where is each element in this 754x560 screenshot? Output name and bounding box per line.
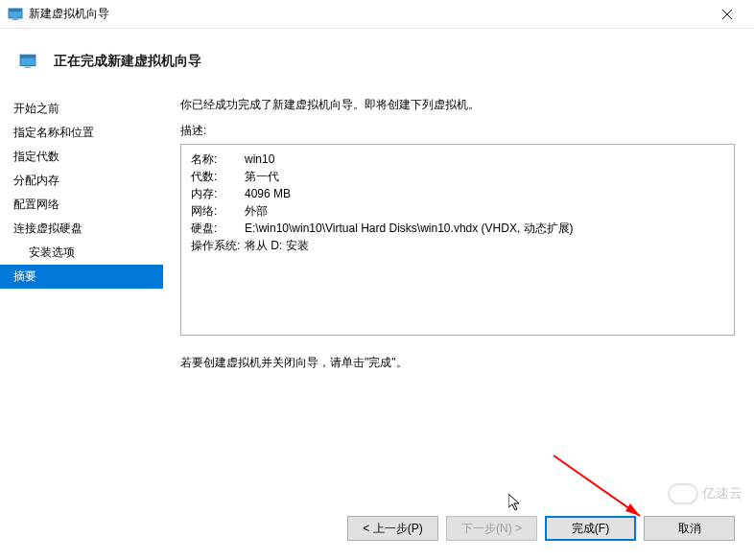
sidebar-item-memory[interactable]: 分配内存 (0, 169, 163, 193)
cursor-icon (508, 494, 524, 513)
summary-row-os: 操作系统: 将从 D: 安装 (191, 237, 724, 254)
svg-rect-2 (12, 19, 18, 20)
intro-text: 你已经成功完成了新建虚拟机向导。即将创建下列虚拟机。 (180, 97, 735, 113)
summary-key: 网络: (191, 202, 245, 220)
summary-key: 硬盘: (191, 220, 245, 237)
summary-row-generation: 代数: 第一代 (191, 168, 724, 185)
summary-val: 第一代 (245, 168, 724, 185)
titlebar: 新建虚拟机向导 (0, 0, 754, 29)
prev-button[interactable]: < 上一步(P) (347, 516, 438, 541)
footer-text: 若要创建虚拟机并关闭向导，请单击"完成"。 (180, 355, 735, 371)
sidebar-item-name[interactable]: 指定名称和位置 (0, 121, 163, 145)
sidebar-item-disk[interactable]: 连接虚拟硬盘 (0, 217, 163, 241)
svg-marker-9 (625, 503, 640, 516)
wizard-title: 正在完成新建虚拟机向导 (54, 53, 201, 70)
summary-key: 内存: (191, 185, 245, 202)
summary-key: 代数: (191, 168, 245, 185)
summary-val: E:\win10\win10\Virtual Hard Disks\win10.… (245, 220, 724, 237)
description-label: 描述: (180, 123, 735, 139)
summary-key: 操作系统: (191, 237, 245, 254)
wizard-icon (19, 53, 36, 70)
sidebar-item-install[interactable]: 安装选项 (0, 241, 163, 265)
svg-rect-6 (20, 55, 35, 58)
summary-row-network: 网络: 外部 (191, 202, 724, 220)
wizard-header: 正在完成新建虚拟机向导 (0, 29, 754, 89)
titlebar-left: 新建虚拟机向导 (8, 6, 109, 22)
watermark: 亿速云 (668, 483, 742, 504)
summary-box: 名称: win10 代数: 第一代 内存: 4096 MB 网络: 外部 硬盘:… (180, 144, 735, 336)
next-button: 下一步(N) > (446, 516, 537, 541)
content-area: 开始之前 指定名称和位置 指定代数 分配内存 配置网络 连接虚拟硬盘 安装选项 … (0, 89, 754, 497)
summary-val: 外部 (245, 202, 724, 220)
close-button[interactable] (708, 1, 746, 28)
wizard-sidebar: 开始之前 指定名称和位置 指定代数 分配内存 配置网络 连接虚拟硬盘 安装选项 … (0, 89, 163, 497)
app-icon (8, 7, 23, 22)
window-title: 新建虚拟机向导 (29, 6, 109, 22)
summary-val: 将从 D: 安装 (245, 237, 724, 254)
summary-val: win10 (245, 151, 724, 168)
sidebar-item-start[interactable]: 开始之前 (0, 97, 163, 121)
summary-row-name: 名称: win10 (191, 151, 724, 168)
main-panel: 你已经成功完成了新建虚拟机向导。即将创建下列虚拟机。 描述: 名称: win10… (163, 89, 754, 497)
sidebar-item-summary[interactable]: 摘要 (0, 265, 163, 289)
button-bar: < 上一步(P) 下一步(N) > 完成(F) 取消 (347, 516, 735, 541)
sidebar-item-generation[interactable]: 指定代数 (0, 145, 163, 169)
summary-key: 名称: (191, 151, 245, 168)
summary-row-memory: 内存: 4096 MB (191, 185, 724, 202)
svg-rect-7 (25, 67, 32, 68)
cancel-button[interactable]: 取消 (644, 516, 735, 541)
svg-rect-1 (9, 9, 22, 12)
cloud-icon (668, 483, 698, 504)
watermark-text: 亿速云 (702, 485, 742, 502)
finish-button[interactable]: 完成(F) (545, 516, 636, 541)
sidebar-item-network[interactable]: 配置网络 (0, 193, 163, 217)
summary-row-disk: 硬盘: E:\win10\win10\Virtual Hard Disks\wi… (191, 220, 724, 237)
summary-val: 4096 MB (245, 185, 724, 202)
